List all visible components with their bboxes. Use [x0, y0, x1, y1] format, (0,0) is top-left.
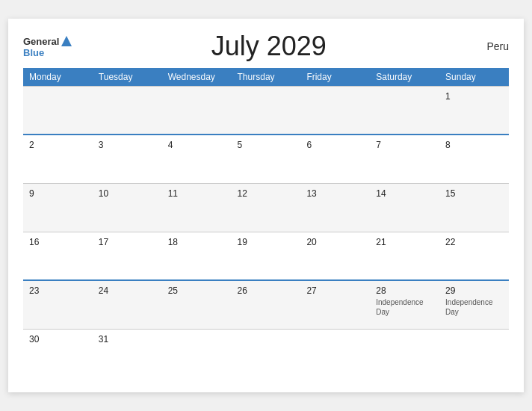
week-row-6: 3031 [23, 329, 509, 377]
calendar-cell: 30 [23, 329, 93, 377]
calendar-cell [232, 86, 301, 135]
calendar-cell: 17 [93, 232, 162, 280]
calendar-table: MondayTuesdayWednesdayThursdayFridaySatu… [23, 68, 509, 378]
logo: General Blue [23, 34, 73, 58]
weekday-saturday: Saturday [370, 68, 439, 87]
weekday-thursday: Thursday [232, 68, 301, 87]
calendar-cell: 15 [439, 183, 509, 232]
day-number: 10 [99, 188, 156, 199]
calendar-cell: 22 [439, 232, 509, 280]
week-row-3: 9101112131415 [23, 183, 509, 232]
day-number: 29 [445, 285, 503, 296]
calendar-cell: 26 [232, 280, 301, 329]
calendar-cell: 2 [23, 135, 93, 183]
day-number: 11 [168, 188, 226, 199]
day-number: 7 [376, 140, 433, 150]
day-number: 23 [29, 285, 87, 296]
weekday-friday: Friday [300, 68, 370, 87]
calendar-cell: 3 [93, 135, 162, 183]
day-number: 26 [238, 285, 295, 296]
day-number: 16 [29, 237, 87, 247]
calendar-cell: 24 [93, 280, 162, 329]
calendar-cell: 23 [23, 280, 93, 329]
day-number: 5 [238, 140, 295, 150]
calendar-header: General Blue July 2029 Peru [23, 31, 509, 62]
calendar-cell: 9 [23, 183, 93, 232]
calendar-cell: 4 [162, 135, 232, 183]
calendar-tbody: 1234567891011121314151617181920212223242… [23, 86, 509, 377]
week-row-4: 16171819202122 [23, 232, 509, 280]
calendar-cell: 1 [439, 86, 509, 135]
calendar-cell [93, 86, 162, 135]
country-label: Peru [464, 40, 509, 52]
week-row-1: 1 [23, 86, 509, 135]
calendar-cell [162, 329, 232, 377]
day-number: 9 [29, 188, 87, 199]
day-number: 31 [99, 334, 156, 344]
calendar-cell: 31 [93, 329, 162, 377]
day-event: Independence Day [445, 297, 503, 317]
day-number: 20 [306, 237, 364, 247]
calendar-cell: 12 [232, 183, 301, 232]
calendar-cell: 19 [232, 232, 301, 280]
weekday-sunday: Sunday [439, 68, 509, 87]
calendar-cell [300, 329, 370, 377]
weekday-header-row: MondayTuesdayWednesdayThursdayFridaySatu… [23, 68, 509, 87]
calendar-cell [300, 86, 370, 135]
calendar-container: General Blue July 2029 Peru MondayTuesda… [8, 19, 524, 393]
calendar-cell [232, 329, 301, 377]
calendar-cell [23, 86, 93, 135]
day-number: 30 [29, 334, 87, 344]
day-number: 1 [445, 91, 503, 102]
day-number: 18 [168, 237, 226, 247]
calendar-cell [162, 86, 232, 135]
day-number: 3 [99, 140, 156, 150]
day-number: 21 [376, 237, 433, 247]
calendar-cell: 18 [162, 232, 232, 280]
day-number: 24 [99, 285, 156, 296]
calendar-thead: MondayTuesdayWednesdayThursdayFridaySatu… [23, 68, 509, 87]
calendar-cell: 6 [300, 135, 370, 183]
calendar-cell: 29Independence Day [439, 280, 509, 329]
calendar-cell: 28Independence Day [370, 280, 439, 329]
calendar-cell: 5 [232, 135, 301, 183]
svg-marker-0 [61, 36, 72, 46]
day-number: 12 [238, 188, 295, 199]
calendar-cell: 27 [300, 280, 370, 329]
calendar-title: July 2029 [73, 31, 464, 62]
calendar-cell: 21 [370, 232, 439, 280]
calendar-cell: 16 [23, 232, 93, 280]
day-number: 15 [445, 188, 503, 199]
week-row-5: 232425262728Independence Day29Independen… [23, 280, 509, 329]
day-number: 19 [238, 237, 295, 247]
calendar-cell: 8 [439, 135, 509, 183]
calendar-cell [370, 86, 439, 135]
calendar-cell: 13 [300, 183, 370, 232]
day-number: 6 [306, 140, 364, 150]
weekday-wednesday: Wednesday [162, 68, 232, 87]
weekday-monday: Monday [23, 68, 93, 87]
calendar-cell: 14 [370, 183, 439, 232]
calendar-cell: 10 [93, 183, 162, 232]
day-number: 8 [445, 140, 503, 150]
day-number: 13 [306, 188, 364, 199]
week-row-2: 2345678 [23, 135, 509, 183]
day-number: 2 [29, 140, 87, 150]
day-number: 27 [306, 285, 364, 296]
day-number: 25 [168, 285, 226, 296]
calendar-cell: 7 [370, 135, 439, 183]
day-number: 17 [99, 237, 156, 247]
day-number: 28 [376, 285, 433, 296]
day-event: Independence Day [376, 297, 433, 317]
day-number: 14 [376, 188, 433, 199]
weekday-tuesday: Tuesday [93, 68, 162, 87]
day-number: 4 [168, 140, 226, 150]
calendar-cell: 11 [162, 183, 232, 232]
logo-icon [60, 34, 73, 48]
calendar-cell: 25 [162, 280, 232, 329]
day-number: 22 [445, 237, 503, 247]
calendar-cell: 20 [300, 232, 370, 280]
logo-blue: Blue [23, 48, 44, 58]
logo-general: General [23, 37, 59, 46]
calendar-cell [439, 329, 509, 377]
